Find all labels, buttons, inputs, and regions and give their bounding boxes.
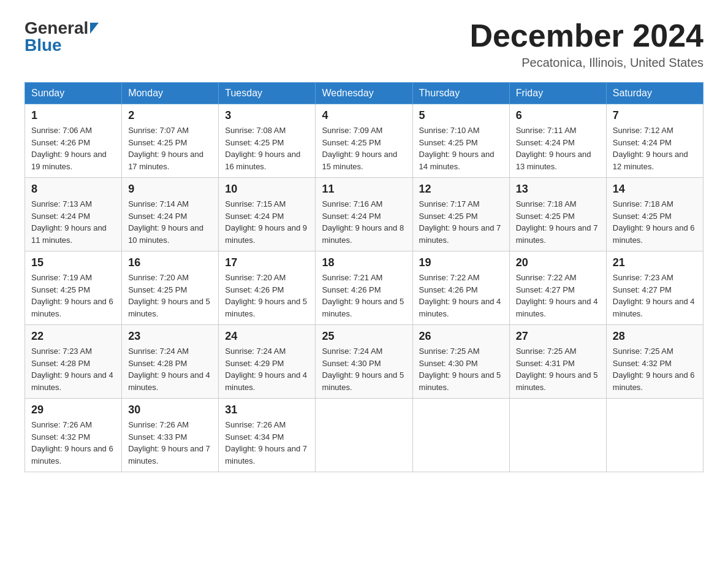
logo: General Blue	[25, 18, 99, 55]
daylight-label: Daylight: 9 hours and 19 minutes.	[31, 150, 107, 171]
calendar-header: December 2024 Pecatonica, Illinois, Unit…	[469, 18, 703, 70]
daylight-label: Daylight: 9 hours and 7 minutes.	[225, 444, 307, 465]
day-info: Sunrise: 7:24 AM Sunset: 4:30 PM Dayligh…	[322, 345, 406, 393]
logo-line2: Blue	[25, 36, 62, 55]
day-info: Sunrise: 7:18 AM Sunset: 4:25 PM Dayligh…	[516, 198, 600, 246]
col-tuesday: Tuesday	[219, 83, 316, 104]
table-row: 17 Sunrise: 7:20 AM Sunset: 4:26 PM Dayl…	[219, 251, 316, 325]
day-number: 20	[516, 256, 600, 269]
day-info: Sunrise: 7:12 AM Sunset: 4:24 PM Dayligh…	[613, 124, 697, 172]
sunset-label: Sunset: 4:25 PM	[516, 212, 575, 221]
day-number: 19	[419, 256, 503, 269]
table-row: 27 Sunrise: 7:25 AM Sunset: 4:31 PM Dayl…	[509, 325, 606, 399]
day-info: Sunrise: 7:16 AM Sunset: 4:24 PM Dayligh…	[322, 198, 406, 246]
sunrise-label: Sunrise: 7:20 AM	[225, 273, 286, 282]
table-row: 31 Sunrise: 7:26 AM Sunset: 4:34 PM Dayl…	[219, 399, 316, 472]
sunrise-label: Sunrise: 7:06 AM	[31, 126, 92, 135]
sunrise-label: Sunrise: 7:24 AM	[128, 347, 189, 356]
day-info: Sunrise: 7:18 AM Sunset: 4:25 PM Dayligh…	[613, 198, 697, 246]
sunset-label: Sunset: 4:24 PM	[613, 138, 672, 147]
calendar-week-row: 1 Sunrise: 7:06 AM Sunset: 4:26 PM Dayli…	[25, 104, 703, 178]
sunset-label: Sunset: 4:30 PM	[322, 359, 381, 368]
daylight-label: Daylight: 9 hours and 15 minutes.	[322, 150, 397, 171]
daylight-label: Daylight: 9 hours and 6 minutes.	[613, 370, 695, 392]
page-header: General Blue December 2024 Pecatonica, I…	[25, 18, 703, 70]
table-row: 13 Sunrise: 7:18 AM Sunset: 4:25 PM Dayl…	[509, 178, 606, 251]
day-number: 31	[225, 404, 309, 416]
col-friday: Friday	[509, 83, 606, 104]
sunrise-label: Sunrise: 7:25 AM	[516, 347, 577, 356]
sunset-label: Sunset: 4:25 PM	[419, 138, 478, 147]
day-info: Sunrise: 7:11 AM Sunset: 4:24 PM Dayligh…	[516, 124, 600, 172]
calendar-week-row: 22 Sunrise: 7:23 AM Sunset: 4:28 PM Dayl…	[25, 325, 703, 399]
daylight-label: Daylight: 9 hours and 4 minutes.	[128, 370, 210, 392]
col-monday: Monday	[122, 83, 219, 104]
sunset-label: Sunset: 4:31 PM	[516, 359, 575, 368]
sunset-label: Sunset: 4:26 PM	[31, 138, 90, 147]
day-number: 22	[31, 330, 115, 343]
daylight-label: Daylight: 9 hours and 13 minutes.	[516, 150, 591, 171]
daylight-label: Daylight: 9 hours and 14 minutes.	[419, 150, 495, 171]
day-info: Sunrise: 7:20 AM Sunset: 4:26 PM Dayligh…	[225, 272, 309, 320]
day-info: Sunrise: 7:13 AM Sunset: 4:24 PM Dayligh…	[31, 198, 115, 246]
table-row: 1 Sunrise: 7:06 AM Sunset: 4:26 PM Dayli…	[25, 104, 122, 178]
calendar-title: December 2024	[469, 18, 703, 53]
table-row: 10 Sunrise: 7:15 AM Sunset: 4:24 PM Dayl…	[219, 178, 316, 251]
day-number: 4	[322, 109, 406, 122]
sunrise-label: Sunrise: 7:22 AM	[419, 273, 480, 282]
table-row	[509, 399, 606, 472]
sunrise-label: Sunrise: 7:17 AM	[419, 199, 480, 209]
day-info: Sunrise: 7:21 AM Sunset: 4:26 PM Dayligh…	[322, 272, 406, 320]
day-info: Sunrise: 7:25 AM Sunset: 4:32 PM Dayligh…	[613, 345, 697, 393]
day-info: Sunrise: 7:26 AM Sunset: 4:32 PM Dayligh…	[31, 419, 115, 467]
sunrise-label: Sunrise: 7:23 AM	[31, 347, 92, 356]
sunset-label: Sunset: 4:34 PM	[225, 432, 284, 442]
day-info: Sunrise: 7:19 AM Sunset: 4:25 PM Dayligh…	[31, 272, 115, 320]
sunset-label: Sunset: 4:27 PM	[613, 285, 672, 294]
sunrise-label: Sunrise: 7:23 AM	[613, 273, 673, 282]
table-row: 12 Sunrise: 7:17 AM Sunset: 4:25 PM Dayl…	[412, 178, 509, 251]
sunset-label: Sunset: 4:27 PM	[516, 285, 575, 294]
sunrise-label: Sunrise: 7:10 AM	[419, 126, 480, 135]
sunrise-label: Sunrise: 7:09 AM	[322, 126, 382, 135]
daylight-label: Daylight: 9 hours and 7 minutes.	[128, 444, 210, 465]
day-number: 2	[128, 109, 212, 122]
sunset-label: Sunset: 4:24 PM	[31, 212, 90, 221]
sunset-label: Sunset: 4:25 PM	[419, 212, 478, 221]
table-row: 16 Sunrise: 7:20 AM Sunset: 4:25 PM Dayl…	[122, 251, 219, 325]
table-row: 21 Sunrise: 7:23 AM Sunset: 4:27 PM Dayl…	[606, 251, 703, 325]
daylight-label: Daylight: 9 hours and 16 minutes.	[225, 150, 300, 171]
calendar-subtitle: Pecatonica, Illinois, United States	[469, 56, 703, 70]
sunset-label: Sunset: 4:25 PM	[128, 285, 187, 294]
daylight-label: Daylight: 9 hours and 6 minutes.	[31, 297, 113, 318]
sunrise-label: Sunrise: 7:07 AM	[128, 126, 189, 135]
sunset-label: Sunset: 4:28 PM	[128, 359, 187, 368]
day-info: Sunrise: 7:14 AM Sunset: 4:24 PM Dayligh…	[128, 198, 212, 246]
daylight-label: Daylight: 9 hours and 7 minutes.	[516, 223, 598, 245]
day-info: Sunrise: 7:17 AM Sunset: 4:25 PM Dayligh…	[419, 198, 503, 246]
sunrise-label: Sunrise: 7:13 AM	[31, 199, 92, 209]
sunrise-label: Sunrise: 7:18 AM	[516, 199, 577, 209]
table-row: 14 Sunrise: 7:18 AM Sunset: 4:25 PM Dayl…	[606, 178, 703, 251]
daylight-label: Daylight: 9 hours and 5 minutes.	[322, 370, 404, 392]
daylight-label: Daylight: 9 hours and 6 minutes.	[613, 223, 695, 245]
daylight-label: Daylight: 9 hours and 5 minutes.	[128, 297, 210, 318]
table-row: 5 Sunrise: 7:10 AM Sunset: 4:25 PM Dayli…	[412, 104, 509, 178]
daylight-label: Daylight: 9 hours and 5 minutes.	[225, 297, 307, 318]
col-sunday: Sunday	[25, 83, 122, 104]
table-row: 19 Sunrise: 7:22 AM Sunset: 4:26 PM Dayl…	[412, 251, 509, 325]
daylight-label: Daylight: 9 hours and 17 minutes.	[128, 150, 203, 171]
day-info: Sunrise: 7:24 AM Sunset: 4:28 PM Dayligh…	[128, 345, 212, 393]
sunset-label: Sunset: 4:24 PM	[225, 212, 284, 221]
sunrise-label: Sunrise: 7:24 AM	[225, 347, 286, 356]
sunset-label: Sunset: 4:26 PM	[322, 285, 381, 294]
day-info: Sunrise: 7:25 AM Sunset: 4:31 PM Dayligh…	[516, 345, 600, 393]
sunrise-label: Sunrise: 7:19 AM	[31, 273, 92, 282]
day-info: Sunrise: 7:23 AM Sunset: 4:28 PM Dayligh…	[31, 345, 115, 393]
day-info: Sunrise: 7:08 AM Sunset: 4:25 PM Dayligh…	[225, 124, 309, 172]
day-number: 12	[419, 183, 503, 196]
day-number: 27	[516, 330, 600, 343]
sunset-label: Sunset: 4:26 PM	[419, 285, 478, 294]
sunset-label: Sunset: 4:33 PM	[128, 432, 187, 442]
logo-arrow-icon	[90, 23, 99, 34]
